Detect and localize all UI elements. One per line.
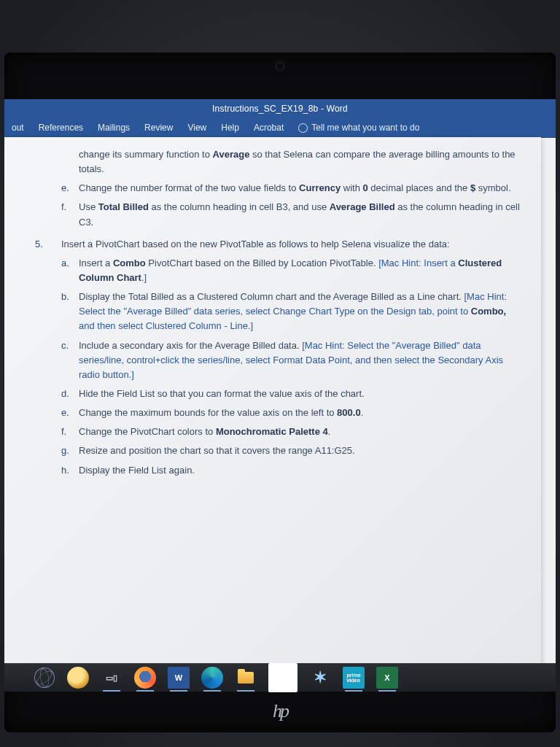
text: Hide the Field List so that you can form… bbox=[79, 387, 521, 401]
screen-area: Instructions_SC_EX19_8b - Word out Refer… bbox=[4, 99, 556, 692]
tab-acrobat[interactable]: Acrobat bbox=[246, 118, 291, 137]
tab-layout-cut[interactable]: out bbox=[4, 118, 31, 137]
bold-text: 800.0 bbox=[337, 407, 361, 418]
hint-text: and then select Clustered Column - Line.… bbox=[79, 320, 253, 331]
para-continuation: change its summary function to Average s… bbox=[61, 147, 521, 177]
item-5a: a. Insert a Combo PivotChart based on th… bbox=[61, 256, 521, 285]
list-letter: g. bbox=[61, 444, 79, 458]
text: Change the maximum bounds for the value … bbox=[79, 407, 337, 418]
list-letter: c. bbox=[61, 338, 79, 382]
ms-store-icon[interactable] bbox=[268, 663, 298, 692]
list-letter: a. bbox=[61, 256, 79, 285]
app-mascot-icon[interactable] bbox=[67, 667, 89, 689]
task-view-icon[interactable]: ▭▯ bbox=[101, 667, 122, 689]
text: as the column heading in cell B3, and us… bbox=[149, 201, 330, 212]
windows-taskbar: ▭▯ W ✶ primevideo X bbox=[4, 663, 556, 692]
bold-text: Combo bbox=[113, 258, 146, 268]
list-letter: f. bbox=[61, 200, 79, 229]
item-f: f. Use Total Billed as the column headin… bbox=[61, 200, 521, 229]
text: Include a secondary axis for the Average… bbox=[79, 340, 302, 351]
item-5b: b. Display the Total Billed as a Cluster… bbox=[61, 290, 521, 333]
item-5f: f. Change the PivotChart colors to Monoc… bbox=[61, 425, 521, 439]
tab-view[interactable]: View bbox=[180, 118, 214, 137]
text: decimal places and the bbox=[368, 182, 470, 193]
text: Display the Total Billed as a Clustered … bbox=[79, 291, 464, 302]
app-atom-icon[interactable] bbox=[34, 667, 55, 689]
item-5g: g. Resize and position the chart so that… bbox=[61, 444, 521, 458]
text: . bbox=[328, 426, 331, 437]
item-5d: d. Hide the Field List so that you can f… bbox=[61, 387, 521, 401]
text: Change the number format of the two valu… bbox=[79, 182, 299, 193]
text: symbol. bbox=[475, 182, 510, 193]
list-letter: h. bbox=[61, 463, 79, 478]
bold-text: Monochromatic Palette 4 bbox=[216, 426, 328, 437]
lightbulb-icon bbox=[298, 123, 308, 133]
webcam bbox=[275, 61, 285, 71]
laptop-bezel: Instructions_SC_EX19_8b - Word out Refer… bbox=[4, 53, 556, 732]
tab-references[interactable]: References bbox=[31, 118, 90, 137]
hint-bold: Combo, bbox=[471, 306, 506, 317]
hint-text: .] bbox=[141, 272, 147, 283]
bold-text: Currency bbox=[299, 182, 341, 193]
text: . bbox=[361, 407, 364, 418]
bold-text: Total Billed bbox=[98, 201, 149, 212]
edge-icon[interactable] bbox=[201, 667, 223, 689]
hint-text: [Mac Hint: Insert a bbox=[378, 258, 458, 268]
item-5e: e. Change the maximum bounds for the val… bbox=[61, 406, 521, 420]
list-letter: d. bbox=[61, 387, 79, 401]
text: change its summary function to bbox=[79, 149, 213, 160]
settings-star-icon[interactable]: ✶ bbox=[309, 667, 331, 689]
text: with bbox=[341, 182, 362, 193]
word-icon[interactable]: W bbox=[168, 667, 190, 689]
tab-review[interactable]: Review bbox=[137, 118, 180, 137]
document-page: change its summary function to Average s… bbox=[4, 137, 541, 692]
tab-mailings[interactable]: Mailings bbox=[90, 118, 137, 137]
prime-video-icon[interactable]: primevideo bbox=[343, 667, 365, 689]
tell-me-label: Tell me what you want to do bbox=[311, 123, 419, 133]
text: Use bbox=[79, 201, 98, 212]
text: Resize and position the chart so that it… bbox=[79, 444, 521, 458]
text: Display the Field List again. bbox=[79, 463, 521, 478]
text: Insert a bbox=[79, 258, 113, 268]
window-title: Instructions_SC_EX19_8b - Word bbox=[212, 104, 348, 114]
document-content: change its summary function to Average s… bbox=[61, 147, 521, 478]
item-5c: c. Include a secondary axis for the Aver… bbox=[61, 338, 521, 382]
text: PivotChart based on the Billed by Locati… bbox=[146, 258, 378, 268]
tab-help[interactable]: Help bbox=[214, 118, 246, 137]
text: Change the PivotChart colors to bbox=[79, 426, 216, 437]
hp-logo: hp bbox=[273, 700, 287, 722]
list-letter: e. bbox=[61, 181, 79, 196]
list-letter: b. bbox=[61, 290, 79, 333]
firefox-icon[interactable] bbox=[134, 667, 156, 689]
item-e: e. Change the number format of the two v… bbox=[61, 181, 521, 196]
window-titlebar: Instructions_SC_EX19_8b - Word bbox=[4, 99, 556, 118]
bold-text: 0 bbox=[362, 182, 368, 193]
bold-text: Average Billed bbox=[330, 201, 395, 212]
step-text: Insert a PivotChart based on the new Piv… bbox=[61, 237, 521, 252]
tell-me-search[interactable]: Tell me what you want to do bbox=[291, 123, 419, 133]
ribbon-tabs: out References Mailings Review View Help… bbox=[4, 118, 556, 138]
step-5: 5. Insert a PivotChart based on the new … bbox=[35, 237, 521, 252]
step-number: 5. bbox=[35, 237, 61, 252]
item-5h: h. Display the Field List again. bbox=[61, 463, 521, 478]
list-letter: f. bbox=[61, 425, 79, 439]
list-letter: e. bbox=[61, 406, 79, 420]
file-explorer-icon[interactable] bbox=[235, 667, 257, 689]
photo-background: Instructions_SC_EX19_8b - Word out Refer… bbox=[0, 0, 560, 747]
bold-text: Average bbox=[213, 149, 250, 160]
excel-icon[interactable]: X bbox=[376, 667, 398, 689]
